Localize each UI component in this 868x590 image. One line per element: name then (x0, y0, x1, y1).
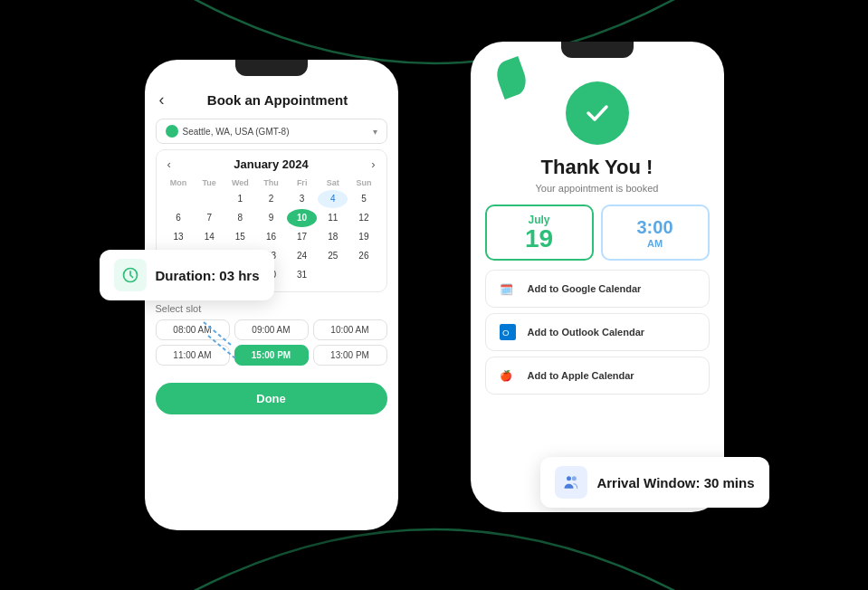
confirmation-body: Thank You ! Your appointment is booked J… (471, 65, 724, 407)
arrival-badge: Arrival Window: 30 mins (540, 457, 768, 508)
svg-line-1 (204, 322, 231, 345)
location-text: Seattle, WA, USA (GMT-8) (183, 127, 290, 137)
people-icon (562, 473, 580, 491)
calendar-day-header: Sun (348, 176, 378, 189)
date-box: July 19 (485, 205, 594, 261)
time-slot[interactable]: 10:00 AM (313, 319, 387, 340)
svg-point-8 (572, 476, 577, 481)
calendar-day (164, 190, 194, 208)
booked-subtext: Your appointment is booked (485, 183, 710, 194)
date-time-row: July 19 3:00 AM (485, 205, 710, 261)
calendar-day[interactable]: 14 (195, 228, 224, 246)
calendar-day[interactable]: 18 (318, 228, 348, 246)
calendar-day[interactable]: 3 (287, 190, 317, 208)
calendar-day[interactable]: 8 (225, 209, 255, 227)
deco-arrows (195, 313, 249, 367)
calendar-day[interactable]: 26 (348, 247, 378, 265)
calendar-day[interactable]: 13 (164, 228, 194, 246)
svg-text:🗓️: 🗓️ (500, 282, 513, 296)
calendar-day[interactable]: 6 (164, 209, 194, 227)
calendar-day-header: Wed (225, 176, 255, 189)
svg-text:O: O (502, 328, 510, 338)
phone-header: ‹ Book an Appointment (145, 83, 398, 115)
apple-calendar-icon: 🍎 (497, 365, 519, 386)
check-circle (566, 81, 629, 145)
chevron-down-icon: ▾ (373, 127, 377, 137)
calendar-day[interactable]: 19 (348, 228, 378, 246)
google-calendar-icon: 🗓️ (497, 278, 519, 300)
appointment-time: 3:00 (636, 217, 672, 238)
calendar-day[interactable]: 25 (318, 247, 348, 265)
done-button[interactable]: Done (156, 383, 387, 414)
time-slot[interactable]: 13:00 PM (313, 345, 387, 366)
calendar-day[interactable]: 11 (318, 209, 348, 227)
background: ‹ Book an Appointment Seattle, WA, USA (… (0, 0, 868, 590)
arrival-icon-container (555, 466, 587, 499)
calendar-nav: ‹ January 2024 › (164, 157, 379, 171)
duration-badge: Duration: 03 hrs (100, 250, 274, 300)
back-arrow-icon[interactable]: ‹ (159, 90, 165, 109)
thank-you-heading: Thank You ! (485, 156, 710, 179)
calendar-options: 🗓️Add to Google CalendarOAdd to Outlook … (485, 270, 710, 395)
calendar-day[interactable]: 16 (256, 228, 286, 246)
phone-notch-left (235, 60, 308, 76)
prev-month-button[interactable]: ‹ (164, 157, 175, 171)
calendar-day-header: Thu (256, 176, 286, 189)
clock-icon (121, 266, 139, 284)
calendar-day (318, 266, 348, 284)
duration-text: Duration: 03 hrs (156, 268, 260, 283)
phone-notch-right (561, 42, 634, 58)
calendar-day[interactable]: 2 (256, 190, 286, 208)
calendar-option-label: Add to Apple Calendar (528, 370, 634, 381)
calendar-day[interactable]: 24 (287, 247, 317, 265)
booking-title: Book an Appointment (172, 92, 384, 108)
calendar-option-label: Add to Outlook Calendar (528, 327, 645, 338)
phones-container: ‹ Book an Appointment Seattle, WA, USA (… (109, 33, 760, 557)
calendar-option-google[interactable]: 🗓️Add to Google Calendar (485, 270, 710, 308)
calendar-option-outlook[interactable]: OAdd to Outlook Calendar (485, 313, 710, 351)
calendar-day (195, 190, 224, 208)
calendar-month-year: January 2024 (234, 157, 308, 171)
calendar-day[interactable]: 12 (348, 209, 378, 227)
checkmark-icon (581, 97, 614, 129)
svg-text:🍎: 🍎 (500, 369, 513, 382)
slot-section: Select slot 08:00 AM09:00 AM10:00 AM11:0… (145, 298, 398, 376)
calendar-day[interactable]: 9 (256, 209, 286, 227)
calendar-day[interactable]: 4 (318, 190, 348, 208)
calendar-day[interactable]: 10 (287, 209, 317, 227)
next-month-button[interactable]: › (367, 157, 378, 171)
appointment-time-suffix: AM (647, 238, 663, 249)
calendar-option-label: Add to Google Calendar (528, 283, 642, 294)
svg-line-2 (208, 336, 235, 358)
time-box: 3:00 AM (601, 205, 710, 261)
calendar-day[interactable]: 7 (195, 209, 224, 227)
svg-point-7 (567, 476, 571, 481)
calendar-day (348, 266, 378, 284)
slot-grid: 08:00 AM09:00 AM10:00 AM11:00 AM15:00 PM… (156, 319, 387, 366)
outlook-calendar-icon: O (497, 321, 519, 343)
select-slot-label: Select slot (156, 303, 387, 314)
location-selector[interactable]: Seattle, WA, USA (GMT-8) ▾ (156, 119, 387, 144)
appointment-day: 19 (492, 226, 587, 252)
arrival-text: Arrival Window: 30 mins (596, 475, 754, 490)
calendar-day-header: Fri (287, 176, 317, 189)
calendar-day-header: Mon (164, 176, 194, 189)
calendar-day[interactable]: 1 (225, 190, 255, 208)
calendar-day-header: Tue (195, 176, 224, 189)
confirmation-phone: Thank You ! Your appointment is booked J… (471, 42, 724, 512)
calendar-day[interactable]: 17 (287, 228, 317, 246)
calendar-day[interactable]: 31 (287, 266, 317, 284)
clock-icon-container (114, 259, 147, 291)
globe-icon (166, 125, 178, 138)
calendar-day[interactable]: 5 (348, 190, 378, 208)
calendar-option-apple[interactable]: 🍎Add to Apple Calendar (485, 357, 710, 395)
calendar-day-header: Sat (318, 176, 348, 189)
calendar-day[interactable]: 15 (225, 228, 255, 246)
